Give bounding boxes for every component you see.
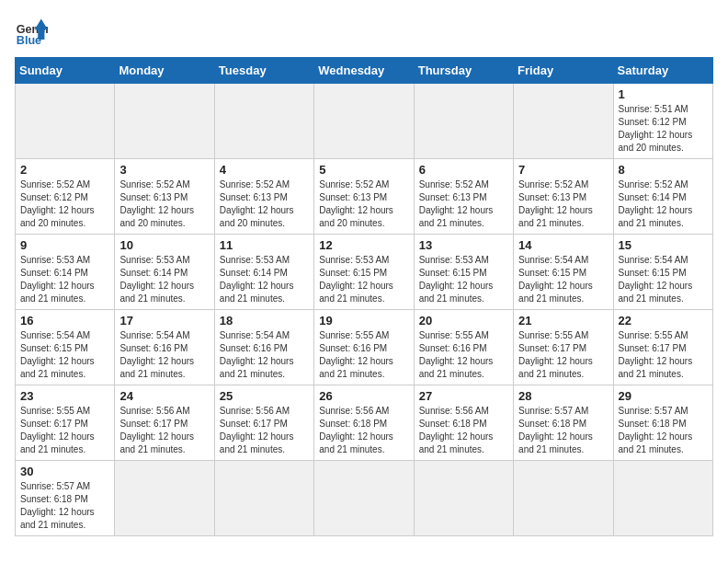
calendar-cell: 12Sunrise: 5:53 AMSunset: 6:15 PMDayligh… bbox=[314, 235, 414, 310]
day-info: Sunrise: 5:57 AMSunset: 6:18 PMDaylight:… bbox=[518, 405, 608, 456]
day-info: Sunrise: 5:55 AMSunset: 6:16 PMDaylight:… bbox=[419, 329, 508, 381]
day-info: Sunrise: 5:52 AMSunset: 6:14 PMDaylight:… bbox=[619, 178, 708, 230]
day-number: 28 bbox=[518, 389, 608, 403]
day-info: Sunrise: 5:52 AMSunset: 6:13 PMDaylight:… bbox=[220, 178, 309, 230]
calendar-cell: 28Sunrise: 5:57 AMSunset: 6:18 PMDayligh… bbox=[514, 385, 613, 461]
weekday-header: Monday bbox=[115, 58, 214, 84]
calendar-cell: 14Sunrise: 5:54 AMSunset: 6:15 PMDayligh… bbox=[514, 235, 613, 310]
weekday-header: Saturday bbox=[613, 58, 712, 84]
day-number: 4 bbox=[220, 163, 309, 177]
calendar-cell: 1Sunrise: 5:51 AMSunset: 6:12 PMDaylight… bbox=[613, 84, 712, 159]
calendar-cell bbox=[514, 84, 613, 159]
calendar-cell bbox=[514, 461, 613, 536]
day-number: 6 bbox=[419, 163, 508, 177]
day-number: 22 bbox=[619, 314, 708, 327]
calendar-cell: 21Sunrise: 5:55 AMSunset: 6:17 PMDayligh… bbox=[514, 310, 613, 385]
day-info: Sunrise: 5:55 AMSunset: 6:17 PMDaylight:… bbox=[619, 329, 708, 381]
weekday-header: Sunday bbox=[16, 58, 115, 84]
calendar-cell: 8Sunrise: 5:52 AMSunset: 6:14 PMDaylight… bbox=[613, 159, 712, 235]
calendar-cell bbox=[214, 461, 313, 536]
day-info: Sunrise: 5:56 AMSunset: 6:18 PMDaylight:… bbox=[419, 405, 508, 456]
calendar-table: SundayMondayTuesdayWednesdayThursdayFrid… bbox=[15, 57, 713, 536]
day-number: 20 bbox=[419, 314, 508, 327]
day-info: Sunrise: 5:53 AMSunset: 6:14 PMDaylight:… bbox=[20, 254, 109, 305]
day-info: Sunrise: 5:55 AMSunset: 6:17 PMDaylight:… bbox=[518, 329, 608, 381]
day-number: 17 bbox=[119, 314, 209, 327]
day-info: Sunrise: 5:53 AMSunset: 6:15 PMDaylight:… bbox=[419, 254, 508, 305]
day-info: Sunrise: 5:56 AMSunset: 6:18 PMDaylight:… bbox=[319, 405, 408, 456]
calendar-row: 30Sunrise: 5:57 AMSunset: 6:18 PMDayligh… bbox=[16, 461, 713, 536]
calendar-cell: 27Sunrise: 5:56 AMSunset: 6:18 PMDayligh… bbox=[414, 385, 513, 461]
day-number: 2 bbox=[20, 163, 109, 177]
day-info: Sunrise: 5:54 AMSunset: 6:16 PMDaylight:… bbox=[220, 329, 309, 381]
calendar-row: 1Sunrise: 5:51 AMSunset: 6:12 PMDaylight… bbox=[16, 84, 713, 159]
calendar-cell: 16Sunrise: 5:54 AMSunset: 6:15 PMDayligh… bbox=[16, 310, 115, 385]
calendar-cell: 25Sunrise: 5:56 AMSunset: 6:17 PMDayligh… bbox=[214, 385, 313, 461]
calendar-cell: 13Sunrise: 5:53 AMSunset: 6:15 PMDayligh… bbox=[414, 235, 513, 310]
calendar-cell: 6Sunrise: 5:52 AMSunset: 6:13 PMDaylight… bbox=[414, 159, 513, 235]
day-info: Sunrise: 5:54 AMSunset: 6:15 PMDaylight:… bbox=[20, 329, 109, 381]
day-info: Sunrise: 5:52 AMSunset: 6:13 PMDaylight:… bbox=[518, 178, 608, 230]
day-info: Sunrise: 5:56 AMSunset: 6:17 PMDaylight:… bbox=[119, 405, 209, 456]
day-number: 8 bbox=[619, 163, 708, 177]
calendar-cell bbox=[115, 84, 214, 159]
day-number: 23 bbox=[20, 389, 109, 403]
calendar-cell bbox=[16, 84, 115, 159]
page-header: General Blue bbox=[15, 15, 713, 48]
calendar-cell: 19Sunrise: 5:55 AMSunset: 6:16 PMDayligh… bbox=[314, 310, 414, 385]
svg-text:Blue: Blue bbox=[17, 34, 41, 47]
calendar-cell bbox=[314, 461, 414, 536]
calendar-cell: 26Sunrise: 5:56 AMSunset: 6:18 PMDayligh… bbox=[314, 385, 414, 461]
day-number: 16 bbox=[20, 314, 109, 327]
calendar-cell: 4Sunrise: 5:52 AMSunset: 6:13 PMDaylight… bbox=[214, 159, 313, 235]
day-info: Sunrise: 5:54 AMSunset: 6:15 PMDaylight:… bbox=[619, 254, 708, 305]
calendar-cell: 9Sunrise: 5:53 AMSunset: 6:14 PMDaylight… bbox=[16, 235, 115, 310]
calendar-cell: 22Sunrise: 5:55 AMSunset: 6:17 PMDayligh… bbox=[613, 310, 712, 385]
day-info: Sunrise: 5:53 AMSunset: 6:15 PMDaylight:… bbox=[319, 254, 408, 305]
calendar-row: 9Sunrise: 5:53 AMSunset: 6:14 PMDaylight… bbox=[16, 235, 713, 310]
day-number: 15 bbox=[619, 238, 708, 252]
day-info: Sunrise: 5:53 AMSunset: 6:14 PMDaylight:… bbox=[220, 254, 309, 305]
day-number: 24 bbox=[119, 389, 209, 403]
day-number: 3 bbox=[119, 163, 209, 177]
weekday-header: Tuesday bbox=[214, 58, 313, 84]
calendar-cell: 15Sunrise: 5:54 AMSunset: 6:15 PMDayligh… bbox=[613, 235, 712, 310]
weekday-header: Friday bbox=[514, 58, 613, 84]
calendar-row: 16Sunrise: 5:54 AMSunset: 6:15 PMDayligh… bbox=[16, 310, 713, 385]
calendar-cell bbox=[115, 461, 214, 536]
day-info: Sunrise: 5:52 AMSunset: 6:13 PMDaylight:… bbox=[119, 178, 209, 230]
calendar-cell: 3Sunrise: 5:52 AMSunset: 6:13 PMDaylight… bbox=[115, 159, 214, 235]
day-number: 12 bbox=[319, 238, 408, 252]
day-info: Sunrise: 5:55 AMSunset: 6:16 PMDaylight:… bbox=[319, 329, 408, 381]
day-number: 27 bbox=[419, 389, 508, 403]
logo: General Blue bbox=[15, 15, 48, 48]
calendar-cell: 2Sunrise: 5:52 AMSunset: 6:12 PMDaylight… bbox=[16, 159, 115, 235]
calendar-cell: 29Sunrise: 5:57 AMSunset: 6:18 PMDayligh… bbox=[613, 385, 712, 461]
weekday-header: Thursday bbox=[414, 58, 513, 84]
weekday-header: Wednesday bbox=[314, 58, 414, 84]
weekday-header-row: SundayMondayTuesdayWednesdayThursdayFrid… bbox=[16, 58, 713, 84]
day-info: Sunrise: 5:55 AMSunset: 6:17 PMDaylight:… bbox=[20, 405, 109, 456]
calendar-row: 23Sunrise: 5:55 AMSunset: 6:17 PMDayligh… bbox=[16, 385, 713, 461]
calendar-cell: 5Sunrise: 5:52 AMSunset: 6:13 PMDaylight… bbox=[314, 159, 414, 235]
calendar-cell: 11Sunrise: 5:53 AMSunset: 6:14 PMDayligh… bbox=[214, 235, 313, 310]
calendar-cell: 24Sunrise: 5:56 AMSunset: 6:17 PMDayligh… bbox=[115, 385, 214, 461]
day-number: 7 bbox=[518, 163, 608, 177]
day-number: 26 bbox=[319, 389, 408, 403]
calendar-cell: 10Sunrise: 5:53 AMSunset: 6:14 PMDayligh… bbox=[115, 235, 214, 310]
calendar-cell: 18Sunrise: 5:54 AMSunset: 6:16 PMDayligh… bbox=[214, 310, 313, 385]
day-number: 11 bbox=[220, 238, 309, 252]
calendar-cell: 7Sunrise: 5:52 AMSunset: 6:13 PMDaylight… bbox=[514, 159, 613, 235]
day-info: Sunrise: 5:54 AMSunset: 6:15 PMDaylight:… bbox=[518, 254, 608, 305]
day-info: Sunrise: 5:54 AMSunset: 6:16 PMDaylight:… bbox=[119, 329, 209, 381]
day-number: 19 bbox=[319, 314, 408, 327]
day-number: 25 bbox=[220, 389, 309, 403]
day-number: 30 bbox=[20, 465, 109, 478]
day-info: Sunrise: 5:52 AMSunset: 6:12 PMDaylight:… bbox=[20, 178, 109, 230]
day-info: Sunrise: 5:52 AMSunset: 6:13 PMDaylight:… bbox=[419, 178, 508, 230]
calendar-cell bbox=[214, 84, 313, 159]
calendar-cell: 30Sunrise: 5:57 AMSunset: 6:18 PMDayligh… bbox=[16, 461, 115, 536]
day-number: 10 bbox=[119, 238, 209, 252]
day-number: 29 bbox=[619, 389, 708, 403]
calendar-cell bbox=[613, 461, 712, 536]
